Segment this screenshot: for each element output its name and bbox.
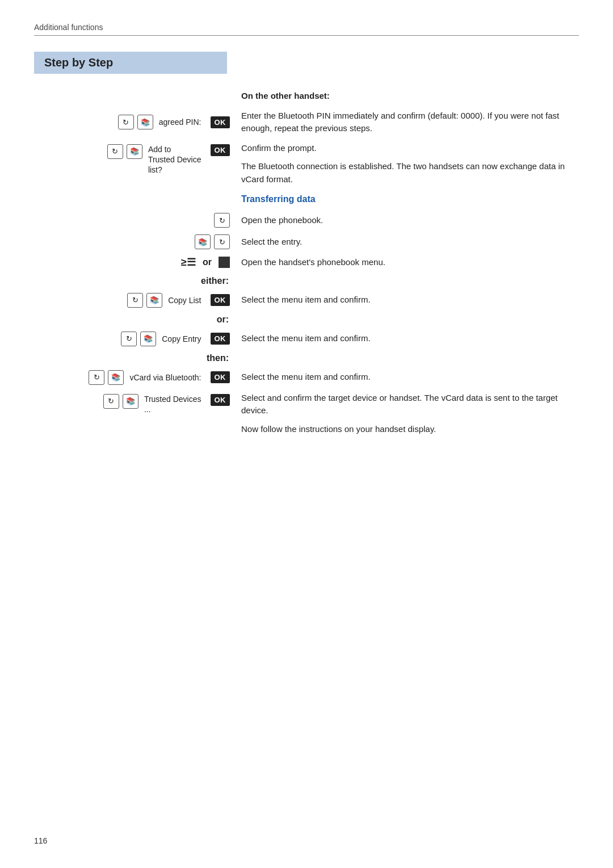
header-rule [34, 35, 579, 36]
or-label: or: [217, 315, 230, 325]
menu-lines-icon: ≥​☰ [181, 256, 196, 269]
ok-button-2[interactable]: OK [211, 144, 230, 156]
vcard-label: vCard via Bluetooth: [129, 373, 201, 382]
phone-icon-2: ↻ [107, 144, 123, 159]
vcard-left: ↻ 📚 vCard via Bluetooth: OK [34, 370, 230, 385]
copy-entry-row: ↻ 📚 Copy Entry OK Select the menu item a… [34, 332, 579, 346]
or-left: or: [34, 315, 230, 325]
page-header: Additional functions [34, 23, 579, 32]
black-square-icon [219, 257, 230, 268]
phone-icon-3: ↻ [214, 213, 230, 228]
vcard-desc: Select the menu item and confirm. [230, 371, 579, 384]
copy-entry-label: Copy Entry [162, 334, 201, 343]
page-number: 116 [34, 836, 47, 845]
either-label: either: [201, 276, 230, 286]
open-phonebook-left: ↻ [34, 213, 230, 228]
then-label-row: then: [34, 353, 579, 363]
ok-button-3[interactable]: OK [211, 294, 230, 306]
ok-button-4[interactable]: OK [211, 333, 230, 345]
phone-icon-1: ↻ [118, 115, 134, 129]
open-menu-row: ≥​☰ or Open the handset's phonebook menu… [34, 256, 579, 269]
trusted-devices-label: Trusted Devices ... [144, 394, 201, 414]
copy-entry-desc: Select the menu item and confirm. [230, 332, 579, 345]
phone-icon-8: ↻ [103, 394, 119, 409]
trusted-devices-desc: Select and confirm the target device or … [230, 392, 579, 436]
select-entry-row: 📚 ↻ Select the entry. [34, 234, 579, 249]
copy-list-label: Copy List [168, 296, 201, 305]
either-label-row: either: [34, 276, 579, 286]
book-icon-2: 📚 [127, 144, 142, 159]
on-other-handset-heading: On the other handset: [230, 90, 579, 103]
open-menu-desc: Open the handset's phonebook menu. [230, 256, 579, 269]
copy-list-desc: Select the menu item and confirm. [230, 293, 579, 307]
agreed-pin-desc: Enter the Bluetooth PIN immediately and … [230, 110, 579, 135]
phone-icon-5: ↻ [127, 293, 143, 308]
then-left: then: [34, 353, 230, 363]
book-icon-5: 📚 [140, 332, 156, 346]
vcard-row: ↻ 📚 vCard via Bluetooth: OK Select the m… [34, 370, 579, 385]
copy-entry-left: ↻ 📚 Copy Entry OK [34, 332, 230, 346]
trusted-device-left: ↻ 📚 Add to Trusted Device list? OK [34, 142, 230, 175]
open-phonebook-row: ↻ Open the phonebook. [34, 213, 579, 228]
or-label-row: or: [34, 315, 579, 325]
on-other-handset-heading-row: On the other handset: [34, 90, 579, 103]
ok-button-1[interactable]: OK [211, 116, 230, 128]
then-label: then: [207, 353, 230, 363]
book-icon-6: 📚 [108, 370, 124, 385]
or-inline-text: or [203, 257, 212, 267]
transferring-data-heading-row: Transferring data [34, 192, 579, 206]
phone-icon-7: ↻ [89, 370, 104, 385]
transferring-data-heading: Transferring data [230, 192, 579, 206]
trusted-devices-row: ↻ 📚 Trusted Devices ... OK Select and co… [34, 392, 579, 436]
trusted-device-row: ↻ 📚 Add to Trusted Device list? OK Confi… [34, 142, 579, 186]
trusted-device-label: Add to Trusted Device list? [148, 144, 201, 175]
copy-list-left: ↻ 📚 Copy List OK [34, 293, 230, 308]
step-by-step-box: Step by Step [34, 52, 227, 74]
ok-button-5[interactable]: OK [211, 371, 230, 383]
either-left: either: [34, 276, 230, 286]
select-entry-desc: Select the entry. [230, 236, 579, 249]
book-icon-1: 📚 [137, 115, 153, 129]
phone-icon-6: ↻ [121, 332, 137, 346]
open-menu-left: ≥​☰ or [34, 256, 230, 269]
agreed-pin-label: agreed PIN: [159, 118, 201, 127]
copy-list-row: ↻ 📚 Copy List OK Select the menu item an… [34, 293, 579, 308]
agreed-pin-row: ↻ 📚 agreed PIN: OK Enter the Bluetooth P… [34, 110, 579, 135]
book-icon-7: 📚 [123, 394, 138, 409]
phone-icon-4: ↻ [214, 234, 230, 249]
book-icon-3: 📚 [195, 234, 211, 249]
trusted-devices-left: ↻ 📚 Trusted Devices ... OK [34, 392, 230, 414]
trusted-device-desc: Confirm the prompt. The Bluetooth connec… [230, 142, 579, 186]
book-icon-4: 📚 [146, 293, 162, 308]
ok-button-6[interactable]: OK [211, 394, 230, 406]
open-phonebook-desc: Open the phonebook. [230, 214, 579, 227]
agreed-pin-left: ↻ 📚 agreed PIN: OK [34, 115, 230, 129]
select-entry-left: 📚 ↻ [34, 234, 230, 249]
